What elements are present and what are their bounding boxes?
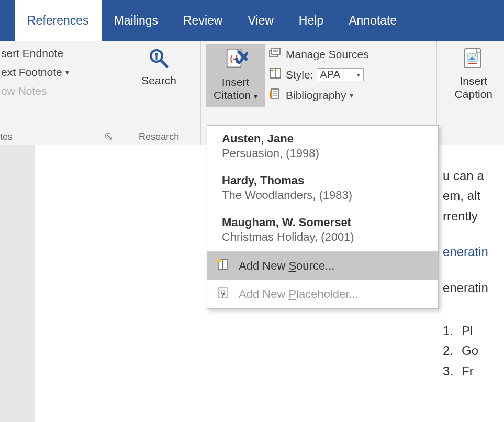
svg-rect-10: [270, 69, 275, 78]
citation-source-item[interactable]: Austen, Jane Persuasion, (1998): [207, 126, 438, 168]
body-text: rrently: [443, 206, 504, 226]
chevron-down-icon: ▾: [357, 71, 360, 79]
svg-rect-7: [272, 48, 280, 54]
svg-rect-25: [217, 259, 221, 262]
next-footnote-label: ext Footnote: [1, 66, 62, 79]
citation-title: Persuasion, (1998): [222, 147, 423, 160]
insert-caption-button[interactable]: Insert Caption: [442, 44, 499, 101]
citation-title: Christmas Holiday, (2001): [222, 230, 423, 244]
group-footnotes-label: tes: [0, 131, 117, 142]
next-footnote-button[interactable]: ext Footnote ▾: [0, 65, 111, 80]
tab-review[interactable]: Review: [171, 0, 235, 41]
add-new-placeholder-menuitem: (-)? Add New Placeholder...: [207, 280, 438, 308]
group-research-label: Research: [117, 131, 200, 142]
group-footnotes: sert Endnote ext Footnote ▾ ow Notes tes: [0, 41, 117, 145]
svg-point-21: [474, 54, 476, 57]
insert-caption-icon: [461, 46, 486, 71]
citation-title: The Woodlanders, (1983): [222, 188, 423, 202]
insert-endnote-button[interactable]: sert Endnote: [0, 46, 111, 61]
insert-citation-label-2: Citation ▾: [214, 88, 257, 102]
style-label: Style:: [286, 69, 313, 81]
svg-rect-3: [155, 56, 157, 60]
citation-source-item[interactable]: Hardy, Thomas The Woodlanders, (1983): [207, 168, 438, 209]
body-text: eneratin: [443, 278, 504, 298]
add-new-placeholder-label: Add New Placeholder...: [239, 287, 359, 301]
style-value: APA: [320, 69, 341, 81]
svg-rect-24: [223, 260, 228, 269]
bibliography-label: Bibliography: [286, 89, 346, 102]
manage-sources-button[interactable]: Manage Sources: [268, 46, 370, 62]
list-item: 1.Pl: [443, 321, 504, 341]
manage-sources-icon: [269, 47, 283, 61]
citation-source-item[interactable]: Maugham, W. Somerset Christmas Holiday, …: [207, 209, 438, 251]
svg-line-1: [161, 60, 167, 66]
bibliography-icon: [269, 88, 283, 102]
add-source-icon: [217, 258, 230, 274]
citation-style-selector[interactable]: Style: APA ▾: [268, 66, 370, 83]
footnotes-dialog-launcher-icon[interactable]: [104, 132, 114, 141]
citation-author: Hardy, Thomas: [222, 174, 423, 187]
tab-view[interactable]: View: [235, 0, 286, 41]
list-item: 2.Go: [443, 341, 504, 361]
svg-rect-11: [275, 69, 281, 78]
insert-caption-label-1: Insert: [455, 74, 492, 87]
hyperlink[interactable]: eneratin: [443, 242, 504, 262]
chevron-down-icon: ▾: [65, 68, 69, 76]
style-icon: [269, 68, 283, 82]
show-notes-button: ow Notes: [0, 84, 111, 98]
tab-help[interactable]: Help: [286, 0, 336, 41]
list-item: 3.Fr: [443, 361, 504, 381]
insert-citation-icon: (-): [223, 47, 248, 72]
bibliography-button[interactable]: Bibliography ▾: [268, 87, 370, 103]
style-dropdown[interactable]: APA ▾: [317, 68, 364, 81]
svg-text:?: ?: [221, 292, 225, 299]
svg-rect-14: [270, 91, 272, 98]
search-button[interactable]: Search: [122, 44, 195, 87]
tab-annotate[interactable]: Annotate: [336, 0, 409, 41]
numbered-list: 1.Pl 2.Go 3.Fr: [443, 321, 504, 381]
insert-citation-dropdown: Austen, Jane Persuasion, (1998) Hardy, T…: [207, 125, 439, 309]
add-new-source-label: Add New Source...: [239, 259, 334, 273]
add-new-source-menuitem[interactable]: Add New Source...: [207, 252, 438, 280]
tab-mailings[interactable]: Mailings: [102, 0, 171, 41]
search-label: Search: [141, 74, 176, 87]
insert-citation-label-1: Insert: [214, 75, 257, 88]
ribbon-tab-bar: References Mailings Review View Help Ann…: [0, 0, 504, 41]
citation-author: Austen, Jane: [222, 132, 423, 146]
svg-point-2: [155, 53, 158, 56]
citation-author: Maugham, W. Somerset: [222, 216, 423, 229]
search-icon: [147, 46, 172, 71]
manage-sources-label: Manage Sources: [286, 48, 369, 61]
group-research: Search Research: [117, 41, 201, 145]
group-captions: Insert Caption: [437, 41, 504, 145]
chevron-down-icon: ▾: [350, 91, 353, 99]
body-text: em, alt: [443, 186, 504, 206]
body-text: u can a: [443, 166, 504, 186]
add-placeholder-icon: (-)?: [217, 286, 230, 302]
insert-citation-button[interactable]: (-) Insert Citation ▾: [206, 44, 265, 107]
insert-caption-label-2: Caption: [455, 87, 492, 101]
tab-references[interactable]: References: [15, 0, 102, 41]
